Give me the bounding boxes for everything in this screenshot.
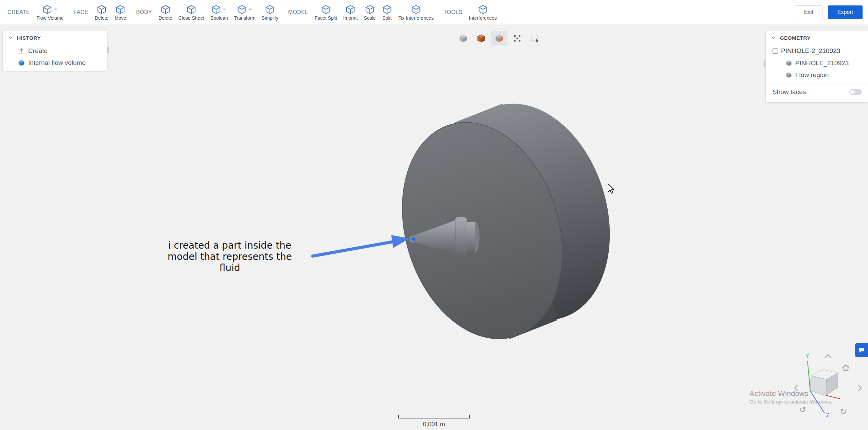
tree-node-flow-region[interactable]: Flow region	[766, 69, 868, 81]
toolbar-item-label: Delete	[158, 15, 172, 21]
toolbar-group-label: TOOLS	[444, 9, 463, 15]
view-button-body-select[interactable]	[491, 31, 507, 46]
chevron-down-icon[interactable]	[222, 7, 227, 12]
history-item-internal-flow-volume[interactable]: Internal flow volume	[3, 57, 107, 69]
toolbar-item-label: Transform	[234, 15, 255, 21]
tree-node-pinhole[interactable]: PINHOLE_210923	[766, 57, 868, 69]
facet-split-icon	[321, 4, 331, 15]
axis-z-label: Z	[826, 412, 829, 418]
geometry-panel-title: GEOMETRY	[780, 35, 811, 41]
nav-cube[interactable]	[810, 370, 838, 395]
chevron-down-icon[interactable]	[7, 35, 14, 41]
toolbar-item-split[interactable]: Split	[379, 3, 395, 22]
delete-body-icon	[160, 4, 171, 15]
toolbar-item-imprint[interactable]: Imprint	[340, 3, 361, 22]
view-button-vertex-select[interactable]	[509, 31, 525, 46]
toolbar-item-face-move[interactable]: Move	[111, 3, 129, 22]
view-button-shaded[interactable]	[455, 31, 471, 46]
show-faces-label: Show faces	[772, 88, 806, 96]
toolbar-item-close-sheet[interactable]: Close Sheet	[175, 3, 207, 22]
home-view-button[interactable]	[843, 365, 849, 371]
axis-x-line	[826, 395, 840, 399]
shaded-edges-cube-icon	[476, 34, 486, 43]
annotation-text: i created a part inside the model that r…	[145, 240, 315, 273]
toolbar-group-tools: TOOLS Interferences	[441, 3, 500, 22]
toggle-knob	[850, 90, 855, 94]
toolbar-item-boolean[interactable]: Boolean	[207, 3, 231, 22]
tree-root-label: PINHOLE-2_210923	[781, 47, 840, 55]
view-button-box-select[interactable]	[527, 31, 543, 46]
interferences-icon	[478, 4, 488, 15]
scale-bar-line	[398, 415, 470, 418]
history-panel-scrollbar[interactable]	[107, 47, 109, 53]
orientation-widget[interactable]: Y Z ↺ ↻	[788, 350, 868, 418]
tree-child-label: Flow region	[795, 71, 829, 79]
close-sheet-icon	[186, 4, 196, 15]
show-faces-row: Show faces	[766, 85, 868, 99]
rotate-cw-button[interactable]: ↻	[840, 407, 847, 416]
exit-button[interactable]: Exit	[795, 5, 822, 19]
geometry-panel: GEOMETRY − PINHOLE-2_210923 PINHOLE_2109…	[766, 31, 868, 102]
delete-face-icon	[97, 4, 107, 15]
history-item-create[interactable]: Create	[3, 45, 107, 57]
axis-y-label: Y	[805, 353, 809, 359]
chevron-down-icon[interactable]	[770, 35, 777, 41]
toolbar-item-label: Fix Interferences	[398, 15, 434, 21]
rotate-right-button[interactable]	[858, 385, 861, 391]
toolbar-group-label: MODEL	[288, 9, 308, 15]
rotate-ccw-button[interactable]: ↺	[799, 405, 806, 414]
simplify-icon	[265, 4, 275, 15]
geometry-panel-header[interactable]: GEOMETRY	[766, 31, 868, 45]
flow-volume-icon	[42, 4, 52, 15]
toolbar-item-label: Facet Split	[315, 15, 337, 21]
support-chat-button[interactable]	[855, 343, 868, 357]
toolbar-item-simplify[interactable]: Simplify	[259, 3, 281, 22]
chevron-down-icon[interactable]	[248, 7, 253, 12]
chevron-down-icon[interactable]	[53, 7, 58, 12]
toolbar-item-label: Scale	[364, 15, 376, 21]
toolbar-item-label: Boolean	[210, 15, 228, 21]
toolbar-item-transform[interactable]: Transform	[231, 3, 258, 22]
toolbar-item-label: Move	[115, 15, 126, 21]
toolbar-item-flow-volume[interactable]: Flow Volume	[33, 3, 67, 22]
scale-bar: 0,001 m	[398, 415, 470, 428]
split-icon	[382, 4, 392, 15]
body-select-cube-icon	[494, 34, 504, 43]
view-button-shaded-edges[interactable]	[473, 31, 489, 46]
imprint-icon	[345, 4, 355, 15]
rotate-up-button[interactable]	[825, 355, 831, 357]
toolbar-item-fix-interferences[interactable]: Fix Interferences	[395, 3, 437, 22]
toolbar-item-body-delete[interactable]: Delete	[155, 3, 175, 22]
show-faces-toggle[interactable]	[849, 89, 862, 95]
top-toolbar: CREATE Flow Volume FACE Delete Move BODY…	[0, 0, 868, 25]
tree-node-root[interactable]: − PINHOLE-2_210923	[766, 45, 868, 57]
collapse-icon[interactable]: −	[772, 48, 778, 54]
chat-icon	[858, 347, 865, 354]
transform-icon	[237, 4, 247, 15]
scale-icon	[365, 4, 375, 15]
geometry-panel-scrollbar[interactable]	[764, 60, 765, 67]
toolbar-group-model: MODEL Facet Split Imprint Scale Split Fi…	[286, 3, 437, 22]
export-button[interactable]: Export	[828, 5, 863, 19]
toolbar-group-label: BODY	[136, 9, 152, 15]
rotate-left-button[interactable]	[795, 385, 797, 391]
box-select-icon	[531, 34, 540, 43]
toolbar-group-body: BODY Delete Close Sheet Boolean Transfor…	[134, 3, 281, 22]
toolbar-group-label: FACE	[73, 9, 88, 15]
history-panel: HISTORY Create Internal flow volume	[3, 31, 107, 71]
toolbar-item-face-delete[interactable]: Delete	[92, 3, 111, 22]
toolbar-item-interferences[interactable]: Interferences	[466, 3, 500, 22]
toolbar-item-label: Simplify	[262, 15, 278, 21]
toolbar-item-label: Delete	[95, 15, 108, 21]
history-panel-header[interactable]: HISTORY	[3, 31, 107, 45]
view-mode-toolbar	[455, 31, 543, 46]
toolbar-item-label: Split	[382, 15, 392, 21]
scale-bar-label: 0,001 m	[423, 421, 445, 428]
tree-child-label: PINHOLE_210923	[795, 59, 849, 67]
move-face-icon	[115, 4, 125, 15]
toolbar-group-label: CREATE	[7, 9, 30, 15]
toolbar-item-scale[interactable]: Scale	[361, 3, 379, 22]
toolbar-item-facet-split[interactable]: Facet Split	[312, 3, 340, 22]
toolbar-item-label: Close Sheet	[178, 15, 204, 21]
viewport-3d[interactable]	[0, 25, 868, 430]
